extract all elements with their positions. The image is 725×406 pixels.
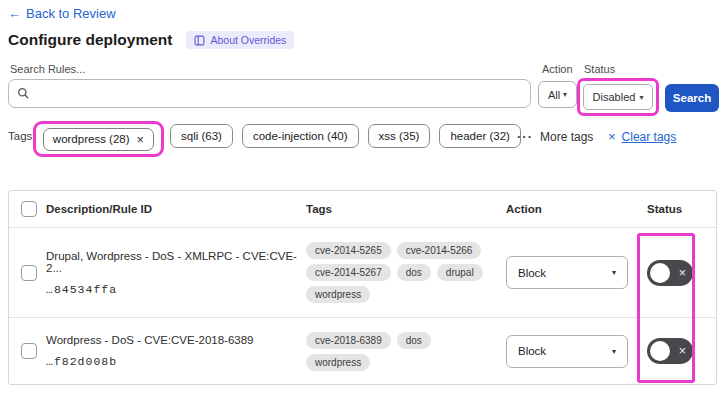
rules-table: Description/Rule ID Tags Action Status D… [8,190,717,385]
column-header-tags: Tags [306,203,506,215]
status-filter-highlight-box: Disabled ▾ [577,78,659,116]
column-header-description: Description/Rule ID [46,203,306,215]
table-row: Drupal, Wordpress - DoS - XMLRPC - CVE:C… [9,228,716,318]
filter-tag-chip[interactable]: code-injection (40) [242,124,359,148]
more-tags-label: More tags [540,130,593,144]
chevron-down-icon: ▾ [612,268,616,277]
filter-tag-chip[interactable]: sqli (63) [170,124,233,148]
row-checkbox[interactable] [21,265,37,281]
column-header-action: Action [506,203,641,215]
row-checkbox[interactable] [21,343,37,359]
action-select[interactable]: Block ▾ [506,256,628,289]
back-to-review-link[interactable]: ← Back to Review [8,6,116,21]
rule-description: Drupal, Wordpress - DoS - XMLRPC - CVE:C… [46,250,306,274]
action-filter-label: Action [542,63,573,75]
toggle-off-icon: × [679,266,686,279]
search-rules-input[interactable] [36,87,522,101]
action-select-value: Block [518,267,546,279]
status-toggle[interactable]: × [647,260,693,286]
select-all-checkbox[interactable] [21,201,37,217]
action-select[interactable]: Block ▾ [506,335,628,368]
chevron-down-icon: ▾ [639,93,643,102]
toggle-knob [650,341,670,361]
toggle-off-icon: × [679,345,686,358]
title-row: Configure deployment About Overrides [8,31,294,49]
action-filter-dropdown[interactable]: All ▾ [538,81,577,108]
filter-tag-chip[interactable]: header (32) [439,124,520,148]
column-header-status: Status [641,203,716,215]
about-overrides-badge[interactable]: About Overrides [186,31,294,49]
about-overrides-label: About Overrides [210,34,286,46]
rule-description: Wordpress - DoS - CVE:CVE-2018-6389 [46,334,306,346]
rule-tag-chip: cve-2014-5265 [306,242,391,259]
rule-tag-chip: wordpress [306,354,370,371]
selected-tag-highlight-box: wordpress (28) × [33,121,164,157]
rule-id: …f82d008b [46,355,306,368]
status-filter-value: Disabled [593,91,636,103]
close-icon: × [608,129,616,144]
rule-tag-chip: cve-2014-5266 [397,242,482,259]
status-toggle[interactable]: × [647,338,693,364]
table-row: Wordpress - DoS - CVE:CVE-2018-6389 …f82… [9,318,716,384]
book-icon [194,35,205,46]
close-icon[interactable]: × [137,133,145,146]
rule-tags: cve-2018-6389doswordpress [306,332,498,371]
search-button[interactable]: Search [665,84,719,112]
action-select-value: Block [518,345,546,357]
back-link-label: Back to Review [26,6,116,21]
ellipsis-icon: ··· [517,129,533,144]
page-title: Configure deployment [8,31,172,49]
search-rules-label: Search Rules... [10,63,85,75]
rule-tag-chip: dos [397,264,431,281]
filter-tag-chips: sqli (63)code-injection (40)xss (35)head… [170,124,521,148]
toggle-knob [650,263,670,283]
action-filter-value: All [548,89,560,101]
clear-tags-label: Clear tags [622,130,677,144]
rule-tags: cve-2014-5265cve-2014-5266cve-2014-5267d… [306,242,498,303]
rule-tag-chip: drupal [437,264,483,281]
table-header-row: Description/Rule ID Tags Action Status [9,191,716,228]
chevron-down-icon: ▾ [612,347,616,356]
rule-tag-chip: wordpress [306,286,370,303]
rule-tag-chip: dos [397,332,431,349]
tags-bar-label: Tags: [8,130,36,142]
configure-deployment-page: ← Back to Review Configure deployment Ab… [0,0,725,406]
rule-tag-chip: cve-2018-6389 [306,332,391,349]
search-icon [17,87,30,100]
search-rules-box[interactable] [8,79,531,108]
clear-tags-button[interactable]: × Clear tags [608,129,676,144]
rule-id: …84534ffa [46,283,306,296]
back-arrow-icon: ← [8,6,21,21]
chevron-down-icon: ▾ [563,90,567,99]
status-filter-dropdown[interactable]: Disabled ▾ [583,84,653,110]
more-tags-button[interactable]: ··· More tags [517,129,593,144]
filter-tag-chip[interactable]: xss (35) [368,124,431,148]
rule-tag-chip: cve-2014-5267 [306,264,391,281]
status-filter-label: Status [584,63,615,75]
selected-tag-label: wordpress (28) [53,133,130,145]
selected-tag-chip-wordpress[interactable]: wordpress (28) × [43,128,154,151]
